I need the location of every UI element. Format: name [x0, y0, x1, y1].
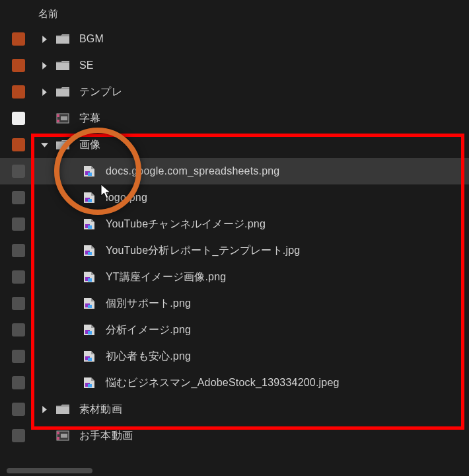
chevron-right-icon[interactable]	[40, 87, 49, 97]
folder-icon	[55, 32, 70, 46]
label-chip[interactable]	[12, 138, 25, 151]
bin-row[interactable]: SE	[0, 52, 469, 79]
sequence-row[interactable]: 字幕	[0, 105, 469, 132]
image-file-icon	[82, 270, 96, 284]
file-row[interactable]: logo.png	[0, 184, 469, 211]
file-row[interactable]: 個別サポート.png	[0, 290, 469, 317]
label-chip[interactable]	[12, 112, 25, 125]
bin-row[interactable]: 素材動画	[0, 396, 469, 422]
sequence-icon	[55, 112, 70, 125]
label-chip[interactable]	[12, 218, 25, 231]
label-chip[interactable]	[12, 297, 25, 310]
image-file-icon	[82, 165, 96, 178]
folder-icon	[55, 138, 70, 151]
label-chip[interactable]	[12, 403, 25, 416]
item-name[interactable]: 字幕	[79, 112, 100, 126]
column-header-name[interactable]: 名前	[0, 4, 469, 26]
project-panel: 名前 BGMSEテンプレ字幕画像docs.google.com_spreadsh…	[0, 0, 469, 476]
folder-icon	[55, 403, 70, 416]
sequence-row[interactable]: お手本動画	[0, 422, 469, 449]
file-row[interactable]: 初心者も安心.png	[0, 343, 469, 370]
item-name[interactable]: YT講座イメージ画像.png	[106, 270, 226, 284]
bin-row[interactable]: BGM	[0, 26, 469, 52]
folder-icon	[55, 85, 70, 99]
image-file-icon	[82, 350, 96, 363]
label-chip[interactable]	[12, 244, 25, 257]
chevron-right-icon[interactable]	[40, 405, 49, 414]
label-chip[interactable]	[12, 270, 25, 284]
image-file-icon	[82, 297, 96, 310]
label-chip[interactable]	[12, 376, 25, 389]
file-row[interactable]: YouTubeチャンネルイメージ.png	[0, 211, 469, 237]
label-chip[interactable]	[12, 85, 25, 99]
chevron-right-icon[interactable]	[40, 61, 49, 70]
horizontal-scrollbar[interactable]	[7, 468, 92, 473]
item-name[interactable]: テンプレ	[79, 85, 122, 99]
image-file-icon	[82, 218, 96, 231]
project-rows: BGMSEテンプレ字幕画像docs.google.com_spreadsheet…	[0, 26, 469, 449]
item-name[interactable]: 分析イメージ.png	[106, 323, 191, 337]
label-chip[interactable]	[12, 191, 25, 204]
image-file-icon	[82, 244, 96, 257]
file-row[interactable]: 分析イメージ.png	[0, 317, 469, 343]
item-name[interactable]: 初心者も安心.png	[106, 350, 191, 364]
item-name[interactable]: docs.google.com_spreadsheets.png	[106, 165, 279, 177]
item-name[interactable]: YouTube分析レポート_テンプレート.jpg	[106, 244, 300, 258]
label-chip[interactable]	[12, 59, 25, 72]
file-row[interactable]: YouTube分析レポート_テンプレート.jpg	[0, 237, 469, 264]
bin-row[interactable]: 画像	[0, 132, 469, 158]
chevron-right-icon[interactable]	[40, 34, 49, 44]
item-name[interactable]: 画像	[79, 138, 100, 152]
chevron-down-icon[interactable]	[40, 140, 49, 149]
file-row[interactable]: YT講座イメージ画像.png	[0, 264, 469, 290]
item-name[interactable]: BGM	[79, 33, 104, 45]
label-chip[interactable]	[12, 350, 25, 363]
image-file-icon	[82, 376, 96, 389]
sequence-icon	[55, 429, 70, 442]
item-name[interactable]: 素材動画	[79, 403, 122, 416]
item-name[interactable]: 悩むビジネスマン_AdobeStock_139334200.jpeg	[106, 376, 340, 390]
folder-icon	[55, 59, 70, 72]
item-name[interactable]: YouTubeチャンネルイメージ.png	[106, 218, 266, 231]
label-chip[interactable]	[12, 429, 25, 442]
item-name[interactable]: お手本動画	[79, 429, 133, 443]
image-file-icon	[82, 323, 96, 337]
item-name[interactable]: SE	[79, 60, 94, 71]
image-file-icon	[82, 191, 96, 204]
file-row[interactable]: 悩むビジネスマン_AdobeStock_139334200.jpeg	[0, 370, 469, 396]
item-name[interactable]: logo.png	[106, 192, 147, 204]
file-row[interactable]: docs.google.com_spreadsheets.png	[0, 158, 469, 184]
label-chip[interactable]	[12, 323, 25, 337]
label-chip[interactable]	[12, 32, 25, 46]
label-chip[interactable]	[12, 165, 25, 178]
item-name[interactable]: 個別サポート.png	[106, 297, 191, 311]
bin-row[interactable]: テンプレ	[0, 79, 469, 105]
